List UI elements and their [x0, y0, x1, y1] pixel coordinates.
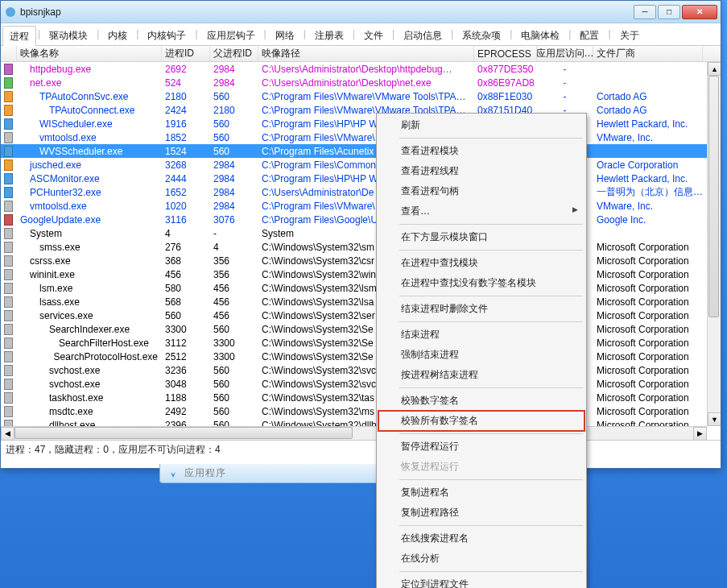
table-row[interactable]: WIScheduler.exe1916560C:\Program Files\H… — [1, 117, 721, 130]
table-row[interactable]: SearchProtocolHost.exe25123300C:\Windows… — [1, 350, 721, 363]
menu-item[interactable]: 结束进程 — [378, 325, 584, 345]
scroll-down-icon[interactable]: ▼ — [708, 412, 721, 426]
tab-12[interactable]: 关于 — [613, 25, 646, 45]
cell-ppid: 356 — [210, 267, 258, 281]
menu-item[interactable]: 暂停进程运行 — [378, 437, 584, 457]
col-vendor-header[interactable]: 文件厂商 — [593, 46, 703, 61]
table-row[interactable]: csrss.exe368356C:\Windows\System32\csrMi… — [1, 254, 721, 267]
tab-11[interactable]: 配置 — [572, 25, 606, 45]
table-row[interactable]: ASCMonitor.exe24442984C:\Program Files\H… — [1, 172, 721, 185]
tab-5[interactable]: 网络 — [268, 25, 302, 45]
scroll-thumb[interactable] — [708, 76, 719, 317]
tab-4[interactable]: 应用层钩子 — [200, 25, 262, 45]
process-icon — [4, 105, 13, 116]
cell-pid: 560 — [162, 308, 210, 322]
tab-6[interactable]: 注册表 — [308, 25, 351, 45]
col-icon-header[interactable] — [1, 46, 17, 61]
titlebar[interactable]: bpisnjkap ─ □ ✕ — [1, 1, 721, 23]
cell-name: SearchFilterHost.exe — [59, 337, 149, 349]
menu-item[interactable]: 复制进程路径 — [378, 503, 584, 523]
vertical-scrollbar[interactable]: ▲ ▼ — [707, 62, 721, 426]
menu-item[interactable]: 复制进程名 — [378, 482, 584, 503]
col-app-header[interactable]: 应用层访问… — [537, 46, 593, 61]
scroll-thumb-h[interactable] — [14, 427, 353, 439]
cell-name: WIScheduler.exe — [39, 118, 113, 130]
cell-ppid: 2180 — [210, 103, 258, 117]
cell-pid: 3116 — [162, 213, 210, 226]
menu-item[interactable]: 查看… — [378, 201, 584, 222]
table-row[interactable]: svchost.exe3236560C:\Windows\System32\sv… — [1, 363, 721, 377]
table-row[interactable]: services.exe560456C:\Windows\System32\se… — [1, 308, 721, 322]
menu-item[interactable]: 强制结束进程 — [378, 345, 584, 365]
tab-0[interactable]: 进程 — [2, 26, 36, 46]
cell-pid: 2512 — [162, 350, 210, 363]
table-row[interactable]: lsass.exe568456C:\Windows\System32\lsaMi… — [1, 295, 721, 308]
table-row[interactable]: SearchFilterHost.exe31123300C:\Windows\S… — [1, 336, 721, 350]
col-ppid-header[interactable]: 父进程ID — [210, 46, 258, 61]
window-close-button[interactable]: ✕ — [682, 5, 717, 19]
table-row[interactable]: vmtoolsd.exe10202984C:\Program Files\VMw… — [1, 199, 721, 213]
tab-1[interactable]: 驱动模块 — [42, 25, 95, 45]
menu-item[interactable]: 校验数字签名 — [378, 391, 584, 411]
tab-2[interactable]: 内核 — [101, 25, 134, 45]
cell-pid: 568 — [162, 295, 210, 308]
menu-item[interactable]: 查看进程线程 — [378, 161, 584, 181]
table-row[interactable]: net.exe5242984C:\Users\Administrator\Des… — [1, 76, 721, 89]
table-row[interactable]: vmtoolsd.exe1852560C:\Program Files\VMwa… — [1, 130, 721, 144]
cell-ppid: 560 — [210, 322, 258, 336]
col-pid-header[interactable]: 进程ID — [162, 46, 210, 61]
col-path-header[interactable]: 映像路径 — [258, 46, 474, 61]
process-icon — [4, 255, 13, 267]
menu-item[interactable]: 查看进程句柄 — [378, 181, 584, 201]
table-row[interactable]: System4-System — [1, 226, 721, 240]
col-name-header[interactable]: 映像名称 — [17, 46, 162, 61]
scroll-left-icon[interactable]: ◀ — [1, 427, 14, 441]
menu-item[interactable]: 刷新 — [378, 115, 584, 135]
menu-item[interactable]: 结束进程时删除文件 — [378, 299, 584, 319]
menu-item[interactable]: 在进程中查找模块 — [378, 253, 584, 273]
cell-pid: 3048 — [162, 377, 210, 391]
tab-10[interactable]: 电脑体检 — [514, 25, 567, 45]
window-minimize-button[interactable]: ─ — [634, 5, 656, 19]
tab-9[interactable]: 系统杂项 — [455, 25, 508, 45]
window-maximize-button[interactable]: □ — [658, 5, 680, 19]
tab-7[interactable]: 文件 — [357, 25, 390, 45]
scroll-right-icon[interactable]: ▶ — [693, 427, 707, 441]
table-row[interactable]: SearchIndexer.exe3300560C:\Windows\Syste… — [1, 322, 721, 336]
tab-3[interactable]: 内核钩子 — [140, 25, 193, 45]
menu-item[interactable]: 校验所有数字签名 — [378, 411, 584, 431]
table-row[interactable]: PCHunter32.exe16522984C:\Users\Administr… — [1, 185, 721, 199]
table-row[interactable]: wininit.exe456356C:\Windows\System32\win… — [1, 267, 721, 281]
col-eprocess-header[interactable]: EPROCESS — [474, 46, 537, 61]
cell-vendor: 一普明为（北京）信息… — [593, 185, 703, 199]
menu-separator — [399, 571, 583, 572]
process-icon — [4, 91, 13, 102]
tab-8[interactable]: 启动信息 — [396, 25, 449, 45]
menu-separator — [399, 433, 583, 434]
table-row[interactable]: TPAutoConnect.exe24242180C:\Program File… — [1, 103, 721, 117]
menu-item[interactable]: 在线搜索进程名 — [378, 528, 584, 549]
table-row[interactable]: WVSScheduler.exe1524560C:\Program Files\… — [1, 144, 721, 158]
menu-item[interactable]: 查看进程模块 — [378, 141, 584, 161]
cell-vendor — [593, 76, 703, 89]
table-row[interactable]: smss.exe2764C:\Windows\System32\smMicros… — [1, 240, 721, 254]
table-row[interactable]: taskhost.exe1188560C:\Windows\System32\t… — [1, 391, 721, 404]
cell-pid: 524 — [162, 76, 210, 89]
menu-item[interactable]: 定位到进程文件 — [378, 574, 584, 588]
cell-pid: 456 — [162, 267, 210, 281]
table-row[interactable]: GoogleUpdate.exe31163076C:\Program Files… — [1, 213, 721, 226]
cell-ppid: 456 — [210, 281, 258, 295]
scroll-up-icon[interactable]: ▲ — [708, 62, 721, 76]
table-row[interactable]: jusched.exe32682984C:\Program Files\Comm… — [1, 158, 721, 172]
table-row[interactable]: TPAutoConnSvc.exe2180560C:\Program Files… — [1, 89, 721, 103]
horizontal-scrollbar[interactable]: ◀ ▶ — [1, 426, 707, 440]
menu-item[interactable]: 在线分析 — [378, 549, 584, 569]
process-icon — [4, 269, 13, 280]
menu-item[interactable]: 在进程中查找没有数字签名模块 — [378, 273, 584, 293]
table-row[interactable]: httpdebug.exe26922984C:\Users\Administra… — [1, 62, 721, 76]
table-row[interactable]: msdtc.exe2492560C:\Windows\System32\msMi… — [1, 404, 721, 418]
table-row[interactable]: svchost.exe3048560C:\Windows\System32\sv… — [1, 377, 721, 391]
menu-item[interactable]: 在下方显示模块窗口 — [378, 227, 584, 247]
menu-item[interactable]: 按进程树结束进程 — [378, 365, 584, 385]
table-row[interactable]: lsm.exe580456C:\Windows\System32\lsmMicr… — [1, 281, 721, 295]
